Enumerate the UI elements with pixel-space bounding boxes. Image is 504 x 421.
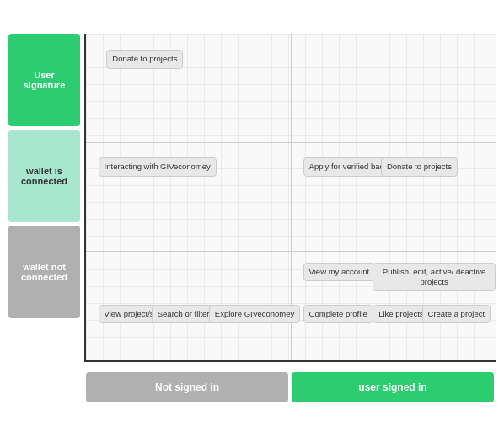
x-label-signed: user signed in [292, 372, 494, 402]
card-donate-top: Donate to projects [106, 50, 183, 68]
card-create-project: Create a project [422, 305, 491, 323]
x-label-not-signed-text: Not signed in [155, 381, 219, 393]
card-donate-connected: Donate to projects [381, 157, 458, 176]
y-label-signature: User signature [8, 34, 80, 126]
y-label-not-connected: wallet not connected [8, 226, 80, 318]
chart-container: User signature wallet is connected walle… [8, 8, 496, 413]
card-complete-profile: Complete profile [303, 305, 373, 323]
h-divider-1 [86, 142, 496, 143]
card-explore-give: Explore GIVeconomey [209, 305, 301, 323]
h-divider-2 [86, 251, 496, 252]
y-label-connected: wallet is connected [8, 130, 80, 222]
x-axis: Not signed in user signed in [84, 370, 496, 404]
card-view-account: View my account [303, 263, 376, 281]
y-axis: User signature wallet is connected walle… [8, 34, 80, 362]
x-label-signed-text: user signed in [358, 381, 426, 393]
card-like-projects: Like projects [373, 305, 429, 323]
card-view-projects: View project/s [99, 305, 160, 323]
y-label-not-connected-text: wallet not connected [21, 262, 67, 282]
card-interacting: Interacting with GIVeconomey [99, 157, 217, 176]
card-publish-edit: Publish, edit, active/ deactive projects [373, 263, 496, 292]
x-label-not-signed: Not signed in [86, 372, 288, 402]
y-label-connected-text: wallet is connected [21, 166, 67, 186]
grid-area: Donate to projectsInteracting with GIVec… [84, 34, 496, 362]
y-label-sig-text: User signature [24, 70, 66, 90]
